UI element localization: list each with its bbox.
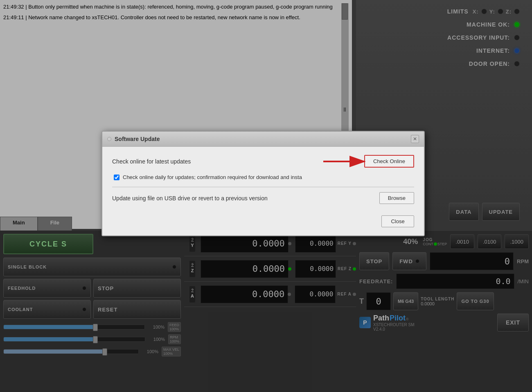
software-update-dialog: Software Update ✕ Check online for lates… <box>101 131 425 236</box>
dialog-divider <box>112 187 414 187</box>
dialog-icon <box>107 137 111 141</box>
dialog-close-x-button[interactable]: ✕ <box>411 135 419 143</box>
dialog-title: Software Update <box>115 136 160 142</box>
daily-check-checkbox[interactable] <box>114 175 119 180</box>
dialog-footer: Close <box>112 212 414 227</box>
dialog-close-button[interactable]: Close <box>381 215 414 227</box>
dialog-body: Check online for latest updates Check On… <box>102 147 424 235</box>
browse-button[interactable]: Browse <box>379 192 414 204</box>
dialog-title-left: Software Update <box>107 136 160 142</box>
daily-check-row: Check online daily for updates; confirma… <box>112 174 414 180</box>
usb-update-row: Update using file on USB drive or revert… <box>112 192 414 204</box>
dialog-titlebar: Software Update ✕ <box>102 132 424 147</box>
red-arrow-indicator <box>323 153 372 171</box>
usb-update-label: Update using file on USB drive or revert… <box>112 195 268 202</box>
daily-check-label: Check online daily for updates; confirma… <box>123 174 302 180</box>
check-online-label: Check online for latest updates <box>112 158 191 165</box>
